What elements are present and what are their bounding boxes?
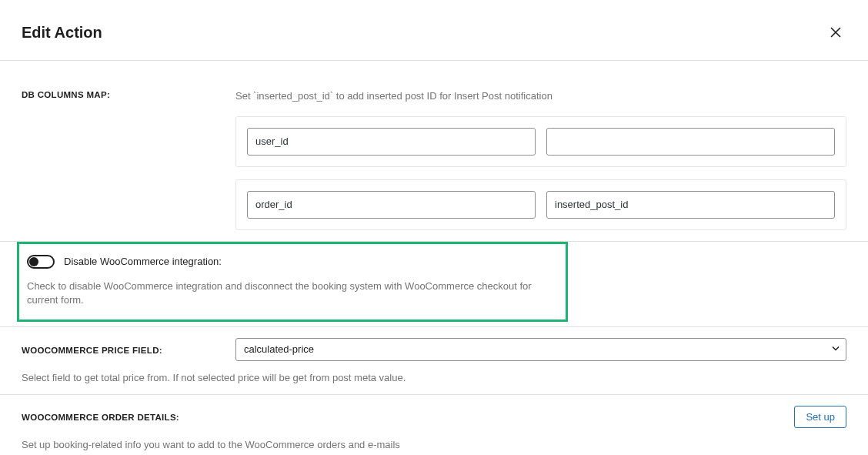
- order-details-section: WOOCOMMERCE ORDER DETAILS: Set up Set up…: [0, 395, 868, 455]
- db-column-value-input[interactable]: [546, 128, 835, 156]
- price-field-section: WOOCOMMERCE PRICE FIELD: calculated-pric…: [0, 327, 868, 394]
- db-columns-map-box: [235, 116, 846, 167]
- disable-woo-help: Check to disable WooCommerce integration…: [27, 279, 552, 307]
- db-columns-row: [247, 128, 835, 156]
- order-details-help: Set up booking-related info you want to …: [22, 439, 846, 450]
- db-columns-map-box: [235, 179, 846, 230]
- disable-woo-toggle[interactable]: [27, 255, 55, 269]
- price-field-label: WOOCOMMERCE PRICE FIELD:: [22, 344, 235, 355]
- close-button[interactable]: [825, 22, 846, 43]
- db-column-key-input[interactable]: [247, 128, 536, 156]
- disable-woo-highlight: Disable WooCommerce integration: Check t…: [17, 242, 568, 322]
- order-details-setup-button[interactable]: Set up: [794, 406, 846, 428]
- modal-header: Edit Action: [0, 0, 868, 60]
- db-columns-row: [247, 191, 835, 219]
- order-details-label: WOOCOMMERCE ORDER DETAILS:: [22, 411, 179, 422]
- price-field-help: Select field to get total price from. If…: [22, 372, 846, 383]
- price-field-value: calculated-price: [244, 343, 314, 355]
- db-columns-help: Set `inserted_post_id` to add inserted p…: [235, 89, 846, 104]
- db-column-value-input[interactable]: [546, 191, 835, 219]
- close-icon: [828, 25, 843, 40]
- db-columns-label: DB COLUMNS MAP:: [22, 89, 235, 99]
- price-field-select[interactable]: calculated-price: [235, 338, 846, 361]
- db-columns-section: DB COLUMNS MAP: Set `inserted_post_id` t…: [0, 78, 868, 241]
- modal-title: Edit Action: [22, 24, 102, 42]
- disable-woo-label: Disable WooCommerce integration:: [64, 256, 222, 267]
- db-column-key-input[interactable]: [247, 191, 536, 219]
- toggle-knob: [29, 257, 38, 266]
